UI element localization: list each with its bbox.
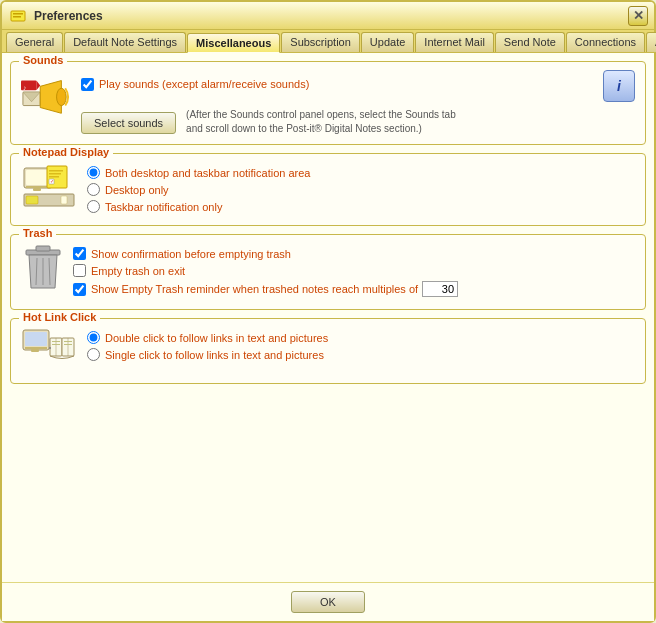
show-reminder-row: Show Empty Trash reminder when trashed n… xyxy=(73,281,458,297)
app-icon xyxy=(8,6,28,26)
info-button[interactable]: i xyxy=(603,70,635,102)
both-radio[interactable] xyxy=(87,166,100,179)
show-confirm-label[interactable]: Show confirmation before emptying trash xyxy=(91,248,291,260)
hot-link-radio-group: Double click to follow links in text and… xyxy=(87,327,328,365)
select-sounds-button[interactable]: Select sounds xyxy=(81,112,176,134)
hot-link-content: Double click to follow links in text and… xyxy=(21,327,635,375)
window-title: Preferences xyxy=(34,9,628,23)
empty-on-exit-checkbox[interactable] xyxy=(73,264,86,277)
hot-link-section: Hot Link Click xyxy=(10,318,646,384)
tab-default-note-settings[interactable]: Default Note Settings xyxy=(64,32,186,52)
svg-rect-1 xyxy=(13,13,23,15)
desktop-only-label[interactable]: Desktop only xyxy=(105,184,169,196)
trash-section: Trash xyxy=(10,234,646,310)
trash-checkboxes: Show confirmation before emptying trash … xyxy=(73,243,458,301)
play-sounds-checkbox[interactable] xyxy=(81,78,94,91)
both-label[interactable]: Both desktop and taskbar notification ar… xyxy=(105,167,310,179)
tab-internet-mail[interactable]: Internet Mail xyxy=(415,32,494,52)
svg-rect-15 xyxy=(49,170,63,172)
svg-rect-12 xyxy=(26,186,50,188)
empty-on-exit-label[interactable]: Empty trash on exit xyxy=(91,265,185,277)
svg-rect-31 xyxy=(31,349,39,352)
sounds-section-title: Sounds xyxy=(19,54,67,66)
svg-text:✓: ✓ xyxy=(50,178,54,184)
svg-text:♪: ♪ xyxy=(23,84,26,91)
both-option-row: Both desktop and taskbar notification ar… xyxy=(87,166,310,179)
play-sounds-label[interactable]: Play sounds (except alarm/receive sounds… xyxy=(99,78,309,90)
svg-rect-2 xyxy=(13,16,21,18)
sounds-hint: (After the Sounds control panel opens, s… xyxy=(186,108,635,136)
hotlink-icon xyxy=(21,327,77,375)
svg-rect-13 xyxy=(33,188,41,191)
trash-section-title: Trash xyxy=(19,227,56,239)
preferences-window: Preferences ✕ General Default Note Setti… xyxy=(0,0,656,623)
double-click-label[interactable]: Double click to follow links in text and… xyxy=(105,332,328,344)
close-button[interactable]: ✕ xyxy=(628,6,648,26)
svg-rect-16 xyxy=(49,173,61,175)
notepad-display-section: Notepad Display xyxy=(10,153,646,226)
taskbar-only-radio[interactable] xyxy=(87,200,100,213)
svg-rect-38 xyxy=(64,341,72,342)
play-sounds-row: Play sounds (except alarm/receive sounds… xyxy=(81,78,309,91)
trash-section-content: Show confirmation before emptying trash … xyxy=(21,243,635,301)
sounds-top-row: Play sounds (except alarm/receive sounds… xyxy=(81,70,635,102)
svg-rect-11 xyxy=(26,170,50,185)
main-content: Sounds ♪ xyxy=(2,53,654,582)
sounds-section: Sounds ♪ xyxy=(10,61,646,145)
desktop-only-row: Desktop only xyxy=(87,183,310,196)
hot-link-title: Hot Link Click xyxy=(19,311,100,323)
svg-point-6 xyxy=(57,88,67,105)
tab-connections[interactable]: Connections xyxy=(566,32,645,52)
tab-subscription[interactable]: Subscription xyxy=(281,32,360,52)
tab-miscellaneous[interactable]: Miscellaneous xyxy=(187,33,280,53)
single-click-radio[interactable] xyxy=(87,348,100,361)
sounds-controls: Play sounds (except alarm/receive sounds… xyxy=(81,70,635,136)
svg-rect-22 xyxy=(61,196,67,204)
svg-rect-36 xyxy=(52,341,60,342)
tab-update[interactable]: Update xyxy=(361,32,414,52)
single-click-row: Single click to follow links in text and… xyxy=(87,348,328,361)
svg-rect-29 xyxy=(25,332,47,346)
svg-rect-21 xyxy=(26,196,38,204)
svg-rect-37 xyxy=(52,344,60,345)
show-reminder-checkbox[interactable] xyxy=(73,283,86,296)
tabs-bar: General Default Note Settings Miscellane… xyxy=(2,30,654,53)
trash-icon xyxy=(21,243,65,293)
show-reminder-label[interactable]: Show Empty Trash reminder when trashed n… xyxy=(91,283,418,295)
svg-rect-30 xyxy=(25,347,47,349)
notepad-display-content: ✓ Both desktop and taskbar notification … xyxy=(21,162,635,217)
notepad-display-radio-group: Both desktop and taskbar notification ar… xyxy=(87,162,310,217)
svg-rect-24 xyxy=(36,246,50,251)
single-click-label[interactable]: Single click to follow links in text and… xyxy=(105,349,324,361)
double-click-radio[interactable] xyxy=(87,331,100,344)
reminder-value-input[interactable] xyxy=(422,281,458,297)
footer: OK xyxy=(2,582,654,621)
empty-on-exit-row: Empty trash on exit xyxy=(73,264,458,277)
tab-send-note[interactable]: Send Note xyxy=(495,32,565,52)
tab-alarms[interactable]: Alarms xyxy=(646,32,656,52)
sound-icon: ♪ xyxy=(21,70,71,120)
show-confirm-row: Show confirmation before emptying trash xyxy=(73,247,458,260)
ok-button[interactable]: OK xyxy=(291,591,365,613)
show-confirm-checkbox[interactable] xyxy=(73,247,86,260)
title-bar: Preferences ✕ xyxy=(2,2,654,30)
notepad-icon: ✓ xyxy=(21,162,77,212)
svg-marker-8 xyxy=(36,81,40,91)
double-click-row: Double click to follow links in text and… xyxy=(87,331,328,344)
notepad-display-title: Notepad Display xyxy=(19,146,113,158)
taskbar-only-row: Taskbar notification only xyxy=(87,200,310,213)
svg-rect-39 xyxy=(64,344,72,345)
desktop-only-radio[interactable] xyxy=(87,183,100,196)
sounds-bottom-row: Select sounds (After the Sounds control … xyxy=(81,108,635,136)
tab-general[interactable]: General xyxy=(6,32,63,52)
taskbar-only-label[interactable]: Taskbar notification only xyxy=(105,201,222,213)
